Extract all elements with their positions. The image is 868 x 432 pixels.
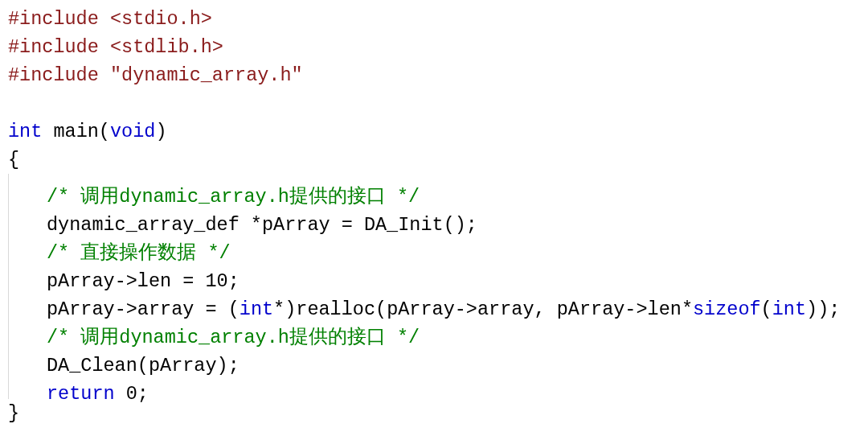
code-token-keyword: void — [110, 121, 155, 142]
indent-guide — [8, 315, 47, 343]
code-token-punct: ( — [99, 121, 110, 142]
code-line: #include "dynamic_array.h" — [8, 61, 860, 89]
code-line: #include <stdio.h> — [8, 5, 860, 33]
code-token-ident: pArray — [149, 355, 217, 376]
code-token-punct: } — [8, 402, 19, 424]
code-line: int main(void) — [8, 117, 860, 146]
code-line: pArray->len = 10; — [8, 258, 860, 286]
code-line: dynamic_array_def *pArray = DA_Init(); — [8, 202, 860, 230]
indent-guide — [8, 371, 47, 399]
indent-guide — [8, 174, 47, 202]
code-token-ident: DA_Init — [364, 214, 444, 236]
code-token-punct: , — [534, 298, 557, 320]
code-line: return 0; — [8, 371, 860, 399]
code-token-type: int — [8, 121, 42, 142]
code-token-keyword: return — [47, 383, 115, 405]
code-token-ident: pArray — [262, 214, 330, 236]
code-token-punct: ); — [217, 355, 240, 376]
code-token-ident: array — [477, 298, 534, 320]
code-line: pArray->array = (int*)realloc(pArray->ar… — [8, 286, 860, 315]
code-token-punct — [99, 64, 110, 86]
code-token-anglestr: <stdio.h> — [110, 8, 212, 30]
code-token-punct — [99, 8, 110, 30]
code-token-punct: { — [8, 149, 19, 171]
code-line — [8, 89, 860, 117]
code-token-ident: pArray — [557, 298, 625, 320]
code-token-keyword: sizeof — [693, 298, 761, 320]
code-token-punct: -> — [455, 298, 477, 320]
code-token-punct — [99, 36, 110, 58]
indent-guide — [8, 202, 47, 230]
code-token-ident: len — [648, 298, 682, 320]
code-token-type: int — [772, 298, 806, 320]
indent-guide — [8, 230, 47, 258]
code-token-punct: * — [240, 214, 262, 236]
code-token-punct: ( — [761, 298, 772, 320]
indent-guide — [8, 258, 47, 286]
code-line: { — [8, 146, 860, 174]
code-line: /* 调用dynamic_array.h提供的接口 */ — [8, 174, 860, 202]
code-block: #include <stdio.h>#include <stdlib.h>#in… — [0, 0, 868, 432]
code-token-punct: = — [330, 214, 364, 236]
code-token-ident: main — [53, 121, 98, 142]
code-token-number: 0 — [126, 383, 137, 405]
code-token-punct: ) — [155, 121, 166, 142]
code-token-punct: (); — [444, 214, 477, 236]
indent-guide — [8, 286, 47, 315]
indent-guide — [8, 343, 47, 371]
code-token-punct — [115, 383, 126, 405]
code-line: #include <stdlib.h> — [8, 33, 860, 61]
code-token-punct: )); — [806, 298, 840, 320]
code-token-anglestr: <stdlib.h> — [110, 36, 223, 58]
code-token-preproc: #include — [8, 8, 99, 30]
code-token-punct — [42, 121, 53, 142]
code-token-preproc: #include — [8, 36, 99, 58]
code-token-punct: ; — [137, 383, 149, 405]
code-token-preproc: #include — [8, 64, 99, 86]
code-line: DA_Clean(pArray); — [8, 343, 860, 371]
code-token-string: "dynamic_array.h" — [110, 64, 303, 86]
code-token-punct: -> — [624, 298, 647, 320]
code-token-punct: * — [682, 298, 693, 320]
